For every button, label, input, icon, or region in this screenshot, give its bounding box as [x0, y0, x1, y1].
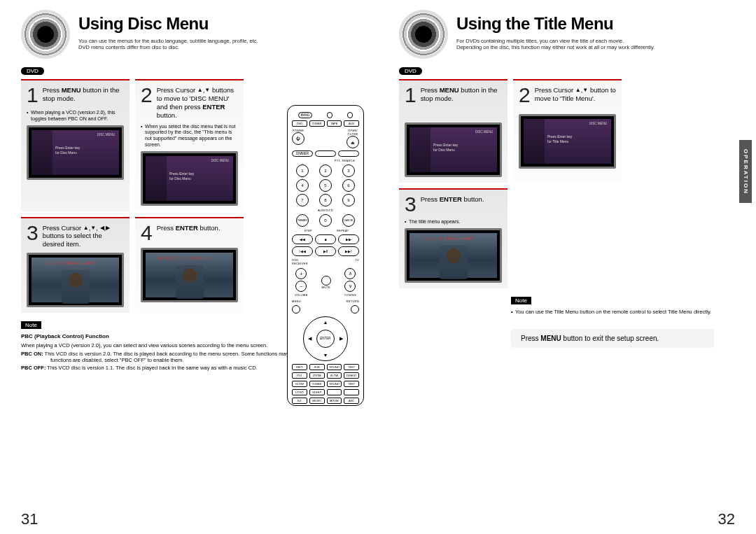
tv-screenshot: RULES OF ENGAGEMENT: [141, 248, 238, 302]
header-left: Using Disc Menu You can use the menus fo…: [21, 14, 357, 59]
dpad[interactable]: ▲ ▼ ◀ ▶ ENTER: [303, 316, 348, 361]
note-text-right: You can use the Title Menu button on the…: [511, 309, 728, 315]
numpad-1[interactable]: 1: [296, 164, 309, 177]
steps-left: 1 Press MENU button in the stop mode. Wh…: [21, 79, 252, 313]
play-pause-button[interactable]: ▶Ⅱ: [315, 246, 336, 256]
next-button[interactable]: ▶▶I: [338, 246, 359, 256]
speaker-icon: [21, 10, 70, 59]
remain-button[interactable]: REMAIN: [296, 214, 309, 227]
step-bullet: When playing a VCD (version 2.0), this t…: [27, 110, 124, 122]
step-1: 1 Press MENU button in the stop mode. Wh…: [21, 79, 130, 211]
note-label: Note: [21, 321, 41, 329]
tv-screenshot: DISC MENU Press Enter key for Disc Menu: [141, 151, 238, 206]
step-3: 3 Press Cursor ▲,▼, ◀,▶ buttons to selec…: [21, 217, 130, 314]
numpad-4[interactable]: 4: [296, 179, 309, 192]
step-r1: 1 Press MENU button in the stop mode. DI…: [399, 79, 507, 183]
step-text-r2: Press Cursor ▲,▼ button to move to 'Titl…: [535, 85, 616, 106]
tv-screenshot: RULES OF ENGAGEMENT: [405, 228, 502, 283]
note-label-right: Note: [511, 297, 531, 304]
numpad-9[interactable]: 9: [342, 194, 355, 206]
page-31: Using Disc Menu You can use the menus fo…: [0, 0, 378, 534]
forward-button[interactable]: ▶▶: [338, 234, 359, 244]
tv-screenshot: DISC MENU Press Enter key for Disc Menu: [27, 125, 124, 180]
step-4: 4 Press ENTER button. RULES OF ENGAGEMEN…: [135, 217, 244, 314]
speaker-icon: [399, 10, 448, 59]
numpad-6[interactable]: 6: [342, 179, 355, 192]
dpad-right-icon[interactable]: ▶: [340, 336, 343, 342]
step-number: 4: [141, 223, 153, 244]
dvd-badge-right: DVD: [399, 67, 422, 75]
step-text-r3: Press ENTER button.: [421, 194, 484, 215]
volume-up-button[interactable]: +: [295, 268, 307, 279]
step-text: Press ENTER button.: [157, 223, 220, 244]
remote-control: BAND DVDTUNERTAPEAUX POWER ⏻ OPEN/ CLOSE…: [287, 105, 364, 413]
page-title-right: Using the Title Menu: [456, 14, 728, 34]
step-text-r1: Press MENU button in the stop mode.: [421, 85, 502, 106]
dpad-down-icon[interactable]: ▼: [323, 353, 328, 358]
step-text: Press MENU button in the stop mode.: [43, 85, 124, 106]
page-title-left: Using Disc Menu: [78, 14, 357, 34]
tuning-down-button[interactable]: ∨: [344, 281, 356, 292]
steps-right: 1 Press MENU button in the stop mode. DI…: [399, 79, 735, 288]
numpad-8[interactable]: 8: [319, 194, 332, 206]
step-2: 2 Press Cursor ▲,▼ buttons to move to 'D…: [135, 79, 244, 211]
numpad-3[interactable]: 3: [342, 164, 355, 177]
return-button[interactable]: [351, 305, 359, 314]
step-r2: 2 Press Cursor ▲,▼ button to move to 'Ti…: [513, 79, 622, 183]
step-text: Press Cursor ▲,▼, ◀,▶ buttons to select …: [43, 223, 124, 249]
rewind-button[interactable]: ◀◀: [292, 234, 313, 244]
mute-button[interactable]: [321, 276, 331, 286]
exit-callout: Press MENU button to exit the setup scre…: [511, 329, 714, 348]
power-button[interactable]: ⏻: [292, 132, 304, 145]
page-number-right: 32: [718, 510, 735, 528]
numpad-2[interactable]: 2: [319, 164, 332, 177]
page-number-left: 31: [21, 510, 38, 528]
cancel-button[interactable]: CANCEL: [342, 214, 355, 227]
tv-screenshot: RULES OF ENGAGEMENT: [27, 253, 124, 307]
numpad-5[interactable]: 5: [319, 179, 332, 192]
side-tab-operation: OPERATION: [739, 140, 752, 203]
stop-button[interactable]: ■: [315, 234, 336, 244]
step-r3: 3 Press ENTER button. The title menu app…: [399, 188, 507, 288]
dvd-badge-left: DVD: [21, 67, 44, 75]
menu-button[interactable]: [292, 305, 300, 314]
tv-screenshot: DISC MENU Press Enter key for Disc Menu: [405, 122, 502, 177]
step-bullet: When you select the disc menu that is no…: [141, 124, 238, 148]
numpad-7[interactable]: 7: [296, 194, 309, 206]
dpad-left-icon[interactable]: ◀: [308, 336, 312, 342]
page-subtitle-right: For DVDs containing multiple titles, you…: [456, 38, 728, 50]
page-32: Using the Title Menu For DVDs containing…: [378, 0, 756, 534]
page-subtitle-left: You can use the menus for the audio lang…: [78, 38, 357, 50]
tv-screenshot: DISC MENU Press Enter key for Title Menu: [519, 114, 616, 169]
open-close-button[interactable]: ⏏: [346, 136, 359, 148]
header-right: Using the Title Menu For DVDs containing…: [399, 14, 728, 59]
numpad-0[interactable]: 0: [319, 214, 332, 227]
step-number: 3: [27, 223, 38, 249]
dpad-up-icon[interactable]: ▲: [323, 320, 328, 325]
tuning-up-button[interactable]: ∧: [344, 268, 356, 279]
step-text: Press Cursor ▲,▼ buttons to move to 'DIS…: [157, 85, 238, 120]
volume-down-button[interactable]: −: [295, 281, 307, 292]
step-number: 1: [27, 85, 38, 106]
enter-button[interactable]: ENTER: [316, 330, 335, 348]
prev-button[interactable]: I◀◀: [292, 246, 313, 256]
step-number: 2: [141, 85, 153, 120]
